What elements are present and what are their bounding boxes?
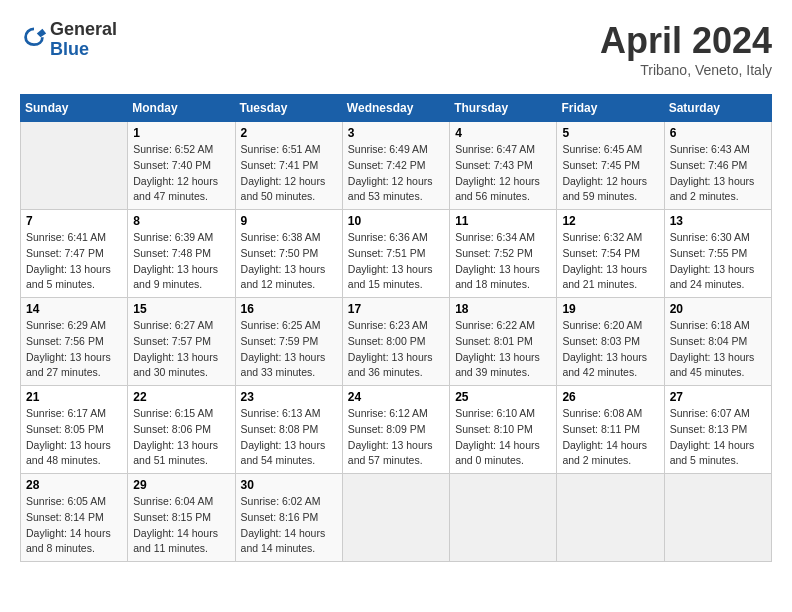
day-number: 18 <box>455 302 551 316</box>
calendar-cell: 16Sunrise: 6:25 AMSunset: 7:59 PMDayligh… <box>235 298 342 386</box>
day-info: Sunrise: 6:43 AMSunset: 7:46 PMDaylight:… <box>670 142 766 205</box>
col-monday: Monday <box>128 95 235 122</box>
calendar-cell: 6Sunrise: 6:43 AMSunset: 7:46 PMDaylight… <box>664 122 771 210</box>
day-info: Sunrise: 6:10 AMSunset: 8:10 PMDaylight:… <box>455 406 551 469</box>
calendar-cell: 29Sunrise: 6:04 AMSunset: 8:15 PMDayligh… <box>128 474 235 562</box>
calendar-cell: 26Sunrise: 6:08 AMSunset: 8:11 PMDayligh… <box>557 386 664 474</box>
day-info: Sunrise: 6:02 AMSunset: 8:16 PMDaylight:… <box>241 494 337 557</box>
calendar-cell: 23Sunrise: 6:13 AMSunset: 8:08 PMDayligh… <box>235 386 342 474</box>
calendar-week-row: 28Sunrise: 6:05 AMSunset: 8:14 PMDayligh… <box>21 474 772 562</box>
day-number: 30 <box>241 478 337 492</box>
calendar-cell: 4Sunrise: 6:47 AMSunset: 7:43 PMDaylight… <box>450 122 557 210</box>
day-info: Sunrise: 6:51 AMSunset: 7:41 PMDaylight:… <box>241 142 337 205</box>
calendar-cell: 25Sunrise: 6:10 AMSunset: 8:10 PMDayligh… <box>450 386 557 474</box>
day-number: 29 <box>133 478 229 492</box>
day-info: Sunrise: 6:52 AMSunset: 7:40 PMDaylight:… <box>133 142 229 205</box>
calendar-cell: 30Sunrise: 6:02 AMSunset: 8:16 PMDayligh… <box>235 474 342 562</box>
day-info: Sunrise: 6:05 AMSunset: 8:14 PMDaylight:… <box>26 494 122 557</box>
day-number: 22 <box>133 390 229 404</box>
calendar-cell: 11Sunrise: 6:34 AMSunset: 7:52 PMDayligh… <box>450 210 557 298</box>
calendar-cell: 22Sunrise: 6:15 AMSunset: 8:06 PMDayligh… <box>128 386 235 474</box>
col-tuesday: Tuesday <box>235 95 342 122</box>
day-info: Sunrise: 6:29 AMSunset: 7:56 PMDaylight:… <box>26 318 122 381</box>
calendar-cell: 27Sunrise: 6:07 AMSunset: 8:13 PMDayligh… <box>664 386 771 474</box>
calendar-cell: 8Sunrise: 6:39 AMSunset: 7:48 PMDaylight… <box>128 210 235 298</box>
day-info: Sunrise: 6:08 AMSunset: 8:11 PMDaylight:… <box>562 406 658 469</box>
day-number: 23 <box>241 390 337 404</box>
calendar-week-row: 7Sunrise: 6:41 AMSunset: 7:47 PMDaylight… <box>21 210 772 298</box>
calendar-cell: 19Sunrise: 6:20 AMSunset: 8:03 PMDayligh… <box>557 298 664 386</box>
day-number: 10 <box>348 214 444 228</box>
day-number: 6 <box>670 126 766 140</box>
day-number: 7 <box>26 214 122 228</box>
day-number: 19 <box>562 302 658 316</box>
day-number: 12 <box>562 214 658 228</box>
calendar-cell: 10Sunrise: 6:36 AMSunset: 7:51 PMDayligh… <box>342 210 449 298</box>
day-info: Sunrise: 6:27 AMSunset: 7:57 PMDaylight:… <box>133 318 229 381</box>
day-number: 17 <box>348 302 444 316</box>
day-info: Sunrise: 6:12 AMSunset: 8:09 PMDaylight:… <box>348 406 444 469</box>
day-number: 3 <box>348 126 444 140</box>
calendar-cell: 14Sunrise: 6:29 AMSunset: 7:56 PMDayligh… <box>21 298 128 386</box>
col-saturday: Saturday <box>664 95 771 122</box>
day-info: Sunrise: 6:13 AMSunset: 8:08 PMDaylight:… <box>241 406 337 469</box>
day-info: Sunrise: 6:36 AMSunset: 7:51 PMDaylight:… <box>348 230 444 293</box>
logo-text: General Blue <box>50 20 117 60</box>
logo-blue-text: Blue <box>50 40 117 60</box>
day-info: Sunrise: 6:25 AMSunset: 7:59 PMDaylight:… <box>241 318 337 381</box>
calendar-week-row: 21Sunrise: 6:17 AMSunset: 8:05 PMDayligh… <box>21 386 772 474</box>
day-number: 1 <box>133 126 229 140</box>
day-number: 24 <box>348 390 444 404</box>
day-number: 20 <box>670 302 766 316</box>
day-info: Sunrise: 6:18 AMSunset: 8:04 PMDaylight:… <box>670 318 766 381</box>
title-block: April 2024 Tribano, Veneto, Italy <box>600 20 772 78</box>
calendar-cell: 18Sunrise: 6:22 AMSunset: 8:01 PMDayligh… <box>450 298 557 386</box>
day-info: Sunrise: 6:15 AMSunset: 8:06 PMDaylight:… <box>133 406 229 469</box>
day-info: Sunrise: 6:17 AMSunset: 8:05 PMDaylight:… <box>26 406 122 469</box>
day-info: Sunrise: 6:23 AMSunset: 8:00 PMDaylight:… <box>348 318 444 381</box>
day-number: 21 <box>26 390 122 404</box>
day-number: 5 <box>562 126 658 140</box>
day-number: 15 <box>133 302 229 316</box>
day-number: 27 <box>670 390 766 404</box>
logo-icon <box>20 26 48 54</box>
day-info: Sunrise: 6:39 AMSunset: 7:48 PMDaylight:… <box>133 230 229 293</box>
header-row: Sunday Monday Tuesday Wednesday Thursday… <box>21 95 772 122</box>
day-number: 9 <box>241 214 337 228</box>
calendar-cell: 1Sunrise: 6:52 AMSunset: 7:40 PMDaylight… <box>128 122 235 210</box>
day-info: Sunrise: 6:47 AMSunset: 7:43 PMDaylight:… <box>455 142 551 205</box>
calendar-cell <box>21 122 128 210</box>
col-wednesday: Wednesday <box>342 95 449 122</box>
calendar-cell: 17Sunrise: 6:23 AMSunset: 8:00 PMDayligh… <box>342 298 449 386</box>
calendar-cell: 20Sunrise: 6:18 AMSunset: 8:04 PMDayligh… <box>664 298 771 386</box>
day-info: Sunrise: 6:41 AMSunset: 7:47 PMDaylight:… <box>26 230 122 293</box>
col-thursday: Thursday <box>450 95 557 122</box>
logo: General Blue <box>20 20 117 60</box>
calendar-cell: 7Sunrise: 6:41 AMSunset: 7:47 PMDaylight… <box>21 210 128 298</box>
day-info: Sunrise: 6:07 AMSunset: 8:13 PMDaylight:… <box>670 406 766 469</box>
calendar-cell <box>557 474 664 562</box>
day-number: 4 <box>455 126 551 140</box>
day-number: 2 <box>241 126 337 140</box>
calendar-cell: 12Sunrise: 6:32 AMSunset: 7:54 PMDayligh… <box>557 210 664 298</box>
day-info: Sunrise: 6:49 AMSunset: 7:42 PMDaylight:… <box>348 142 444 205</box>
calendar-cell: 2Sunrise: 6:51 AMSunset: 7:41 PMDaylight… <box>235 122 342 210</box>
day-info: Sunrise: 6:34 AMSunset: 7:52 PMDaylight:… <box>455 230 551 293</box>
day-number: 16 <box>241 302 337 316</box>
page-header: General Blue April 2024 Tribano, Veneto,… <box>20 20 772 78</box>
day-number: 14 <box>26 302 122 316</box>
day-number: 25 <box>455 390 551 404</box>
day-info: Sunrise: 6:20 AMSunset: 8:03 PMDaylight:… <box>562 318 658 381</box>
month-title: April 2024 <box>600 20 772 62</box>
calendar-cell: 3Sunrise: 6:49 AMSunset: 7:42 PMDaylight… <box>342 122 449 210</box>
calendar-cell: 21Sunrise: 6:17 AMSunset: 8:05 PMDayligh… <box>21 386 128 474</box>
day-info: Sunrise: 6:38 AMSunset: 7:50 PMDaylight:… <box>241 230 337 293</box>
day-number: 28 <box>26 478 122 492</box>
day-number: 26 <box>562 390 658 404</box>
day-info: Sunrise: 6:30 AMSunset: 7:55 PMDaylight:… <box>670 230 766 293</box>
col-sunday: Sunday <box>21 95 128 122</box>
calendar-cell <box>450 474 557 562</box>
calendar-cell <box>342 474 449 562</box>
calendar-cell: 24Sunrise: 6:12 AMSunset: 8:09 PMDayligh… <box>342 386 449 474</box>
calendar-cell: 28Sunrise: 6:05 AMSunset: 8:14 PMDayligh… <box>21 474 128 562</box>
